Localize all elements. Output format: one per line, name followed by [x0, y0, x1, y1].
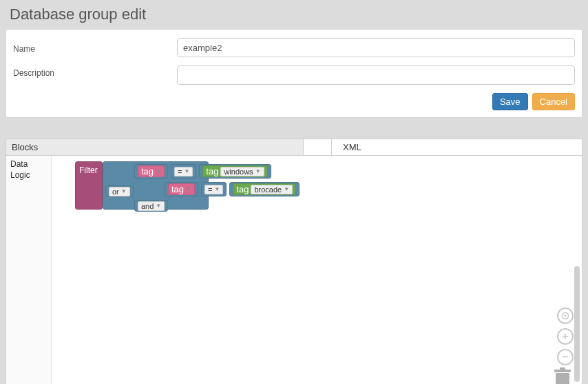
chevron-down-icon: ▼	[186, 186, 191, 192]
svg-rect-2	[556, 373, 569, 384]
or-selector[interactable]: or▼	[105, 185, 134, 197]
equals-label: =	[208, 185, 212, 194]
and-selector[interactable]: and▼	[134, 200, 168, 212]
chevron-down-icon: ▼	[156, 168, 161, 174]
zoom-out-button[interactable]: −	[557, 349, 574, 365]
chevron-down-icon: ▼	[184, 168, 189, 174]
equals-label: =	[178, 168, 182, 176]
description-row: Description	[6, 61, 582, 89]
tag-field-label: tag	[141, 166, 154, 176]
zoom-controls: + −	[557, 307, 574, 365]
name-row: Name	[6, 34, 582, 61]
filter-block-label: Filter	[79, 165, 98, 175]
tag-value-block[interactable]: tag brocade ▼	[233, 183, 296, 195]
svg-point-1	[565, 315, 567, 317]
tag-value-1: windows	[224, 168, 253, 176]
tag-value-block[interactable]: tag windows ▼	[202, 165, 267, 177]
svg-rect-3	[554, 370, 571, 372]
name-label: Name	[13, 41, 170, 54]
or-label: or	[112, 188, 119, 196]
save-button[interactable]: Save	[492, 93, 528, 110]
tabs: Blocks XML	[6, 139, 582, 156]
zoom-in-button[interactable]: +	[557, 328, 574, 345]
cancel-button[interactable]: Cancel	[532, 93, 575, 110]
description-label: Description	[13, 65, 170, 78]
tag-field-label: tag	[171, 184, 184, 194]
editor: Blocks XML Data Logic Filter or▼ and▼	[6, 139, 582, 384]
toolbox-category-data[interactable]: Data	[10, 159, 47, 170]
trash-icon[interactable]	[553, 367, 572, 384]
tag-value-prefix: tag	[236, 184, 249, 194]
description-input[interactable]	[177, 65, 575, 85]
and-label: and	[141, 202, 154, 210]
center-button[interactable]	[557, 307, 574, 324]
page-title: Database group edit	[0, 0, 588, 29]
name-input[interactable]	[177, 38, 575, 57]
form-panel: Name Description Save Cancel	[6, 29, 582, 118]
tab-blocks[interactable]: Blocks	[6, 139, 304, 155]
condition-row-2[interactable]: tag ▼ = ▼ tag brocade ▼	[165, 182, 300, 196]
tab-spacer	[304, 139, 332, 155]
tag-field-block[interactable]: tag ▼	[168, 183, 195, 195]
workspace: Data Logic Filter or▼ and▼ tag ▼	[6, 156, 582, 384]
chevron-down-icon: ▼	[255, 168, 261, 174]
chevron-down-icon: ▼	[156, 203, 161, 209]
chevron-down-icon: ▼	[121, 188, 127, 194]
filter-block[interactable]: Filter	[75, 161, 103, 210]
compare-block[interactable]: = ▼	[171, 164, 196, 179]
form-actions: Save Cancel	[6, 89, 582, 112]
chevron-down-icon: ▼	[214, 186, 220, 192]
scrollbar[interactable]	[574, 266, 580, 382]
tag-value-2: brocade	[254, 185, 282, 194]
svg-rect-4	[560, 367, 565, 370]
compare-block[interactable]: = ▼	[201, 182, 227, 196]
condition-row-1[interactable]: tag ▼ = ▼ tag windows ▼	[134, 164, 271, 179]
canvas[interactable]: Filter or▼ and▼ tag ▼ =	[52, 156, 582, 384]
tag-field-block[interactable]: tag ▼	[138, 165, 165, 177]
chevron-down-icon: ▼	[284, 186, 289, 192]
tab-xml[interactable]: XML	[332, 139, 582, 155]
toolbox: Data Logic	[6, 156, 52, 384]
tag-value-prefix: tag	[206, 166, 218, 176]
toolbox-category-logic[interactable]: Logic	[10, 170, 47, 181]
